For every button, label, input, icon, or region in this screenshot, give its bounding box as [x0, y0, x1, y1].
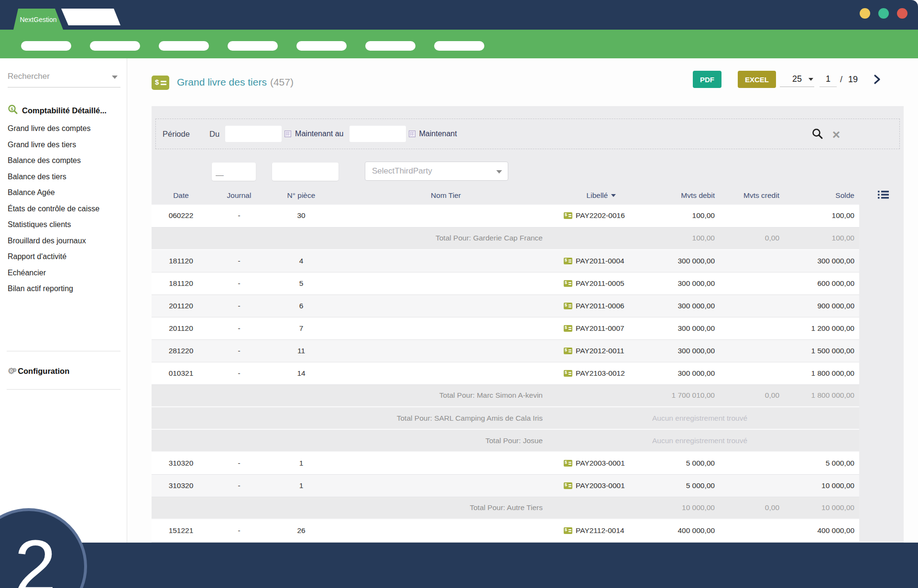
nav-item-6[interactable]: [365, 41, 415, 51]
column-list-icon[interactable]: [878, 190, 889, 201]
sidebar-item-rapport-d-activit[interactable]: Rapport d'activité: [8, 249, 99, 265]
sidebar-item-grand-livre-des-comptes[interactable]: Grand livre des comptes: [8, 120, 99, 137]
cell-mvts-credit: [720, 250, 784, 272]
total-row: Total Pour: SARL Camping Amis de Cala Ir…: [152, 407, 859, 429]
total-debit: 100,00: [645, 227, 720, 250]
cell-libelle-empty: [557, 407, 645, 429]
cell-mvts-debit: 300 000,00: [645, 272, 720, 294]
cell-piece: 5: [268, 272, 335, 294]
sidebar-item-balance-des-comptes[interactable]: Balance des comptes: [8, 152, 99, 169]
piece-filter-input[interactable]: [272, 163, 339, 181]
column-header-mvts-credit[interactable]: Mvts credit: [720, 186, 784, 205]
sidebar-item-balance-des-tiers[interactable]: Balance des tiers: [8, 169, 99, 185]
page-size-select[interactable]: 25: [780, 72, 814, 87]
total-label: Total Pour: Josue: [152, 429, 557, 452]
cell-piece: 7: [268, 317, 335, 339]
now-to-label: Maintenant au: [295, 130, 343, 138]
cell-mvts-debit: 300 000,00: [645, 317, 720, 339]
cell-piece: 4: [268, 250, 335, 272]
close-button[interactable]: [897, 8, 907, 19]
column-header-journal[interactable]: Journal: [210, 186, 268, 205]
column-header-mvts-debit[interactable]: Mvts debit: [645, 186, 720, 205]
cell-nom-tier: [335, 452, 557, 474]
cell-libelle: PAY2011-0005: [557, 272, 645, 294]
libelle-ref: PAY2011-0006: [576, 302, 624, 310]
nav-item-3[interactable]: [159, 41, 209, 51]
maximize-button[interactable]: [878, 8, 889, 19]
journal-filter-input[interactable]: [212, 163, 256, 181]
titlebar: NextGestion: [0, 0, 918, 30]
date-to-input[interactable]: [350, 126, 406, 142]
cell-journal: -: [210, 474, 268, 497]
table-row[interactable]: 151221-26PAY2112-0014400 000,00400 000,0…: [152, 519, 859, 542]
sidebar-item-statistiques-clients[interactable]: Statistiques clients: [8, 217, 99, 233]
pdf-button[interactable]: PDF: [693, 71, 721, 88]
sidebar-section-comptabilite[interactable]: $ Comptabilité Détaillé...: [8, 104, 107, 117]
cell-nom-tier: [335, 362, 557, 384]
sidebar-item-tats-de-contr-le-de-caisse[interactable]: États de contrôle de caisse: [8, 201, 99, 217]
nav-item-1[interactable]: [21, 41, 71, 51]
active-tab-shape[interactable]: [61, 9, 123, 25]
column-header-date[interactable]: Date: [152, 186, 210, 205]
page-size-value: 25: [792, 74, 802, 84]
cell-mvts-credit: [720, 339, 784, 362]
third-party-select[interactable]: SelectThirdParty: [365, 162, 508, 181]
minimize-button[interactable]: [860, 8, 870, 19]
nav-item-4[interactable]: [228, 41, 278, 51]
nav-item-7[interactable]: [434, 41, 484, 51]
date-from-input[interactable]: [225, 126, 282, 142]
column-header-nom-tier[interactable]: Nom Tier: [335, 186, 557, 205]
cell-piece: 11: [268, 339, 335, 362]
table-row[interactable]: 310320-1PAY2003-00015 000,005 000,00: [152, 452, 859, 474]
next-page-button[interactable]: [871, 74, 883, 85]
sidebar-item-configuration[interactable]: ⚙⚙ Configuration: [8, 366, 69, 376]
nav-item-2[interactable]: [90, 41, 140, 51]
cell-piece: 1: [268, 474, 335, 497]
sidebar-item-brouillard-des-journaux[interactable]: Brouillard des journaux: [8, 233, 99, 249]
table-row[interactable]: 181120-4PAY2011-0004300 000,00300 000,00: [152, 250, 859, 272]
chevron-down-icon: [496, 170, 502, 174]
page-separator: /: [840, 75, 842, 85]
column-header-libell[interactable]: Libellé: [557, 186, 645, 205]
cell-nom-tier: [335, 294, 557, 317]
table-row[interactable]: 060222-30PAY2202-0016100,00100,00: [152, 205, 859, 227]
cell-mvts-debit: 300 000,00: [645, 362, 720, 384]
cell-mvts-debit: 5 000,00: [645, 452, 720, 474]
cell-libelle: PAY2011-0007: [557, 317, 645, 339]
calendar-icon[interactable]: [284, 131, 291, 137]
cell-nom-tier: [335, 250, 557, 272]
cell-date: 010321: [152, 362, 210, 384]
app-window: NextGestion Rechercher $ Comptabilité Dé…: [0, 0, 918, 588]
current-page-input[interactable]: [820, 72, 837, 87]
cell-date: 310320: [152, 474, 210, 497]
sidebar-item-grand-livre-des-tiers[interactable]: Grand livre des tiers: [8, 137, 99, 153]
sidebar-search-select[interactable]: Rechercher: [8, 72, 120, 87]
brand-tab[interactable]: NextGestion: [13, 9, 63, 30]
calendar-icon[interactable]: [409, 131, 415, 137]
cell-libelle: PAY2003-0001: [557, 474, 645, 497]
table-row[interactable]: 201120-6PAY2011-0006300 000,00900 000,00: [152, 294, 859, 317]
sidebar-item-ech-ancier[interactable]: Echéancier: [8, 265, 99, 281]
total-credit: 0,00: [720, 384, 784, 407]
total-pages: 19: [848, 75, 858, 85]
cell-mvts-credit: [720, 294, 784, 317]
table-row[interactable]: 181120-5PAY2011-0005300 000,00600 000,00: [152, 272, 859, 294]
cell-libelle-empty: [557, 384, 645, 407]
sidebar-item-balance-ag-e[interactable]: Balance Agée: [8, 185, 99, 201]
sidebar-search-placeholder: Rechercher: [8, 72, 50, 81]
column-header-n-pi-ce[interactable]: N° pièce: [268, 186, 335, 205]
total-credit: 0,00: [720, 227, 784, 250]
nav-item-5[interactable]: [296, 41, 347, 51]
excel-button[interactable]: EXCEL: [738, 71, 776, 88]
sidebar-item-bilan-actif-reporting[interactable]: Bilan actif reporting: [8, 281, 99, 297]
table-row[interactable]: 010321-14PAY2103-0012300 000,001 800 000…: [152, 362, 859, 384]
column-header-solde[interactable]: Solde: [784, 186, 859, 205]
search-icon[interactable]: [811, 128, 824, 142]
money-check-icon: [152, 76, 169, 90]
table-row[interactable]: 310320-1PAY2003-00015 000,0010 000,00: [152, 474, 859, 497]
table-row[interactable]: 201120-7PAY2011-0007300 000,001 200 000,…: [152, 317, 859, 339]
cell-date: 181120: [152, 272, 210, 294]
clear-icon[interactable]: ×: [832, 129, 840, 141]
table-row[interactable]: 281220-11PAY2012-0011300 000,001 500 000…: [152, 339, 859, 362]
cell-libelle: PAY2202-0016: [557, 205, 645, 227]
